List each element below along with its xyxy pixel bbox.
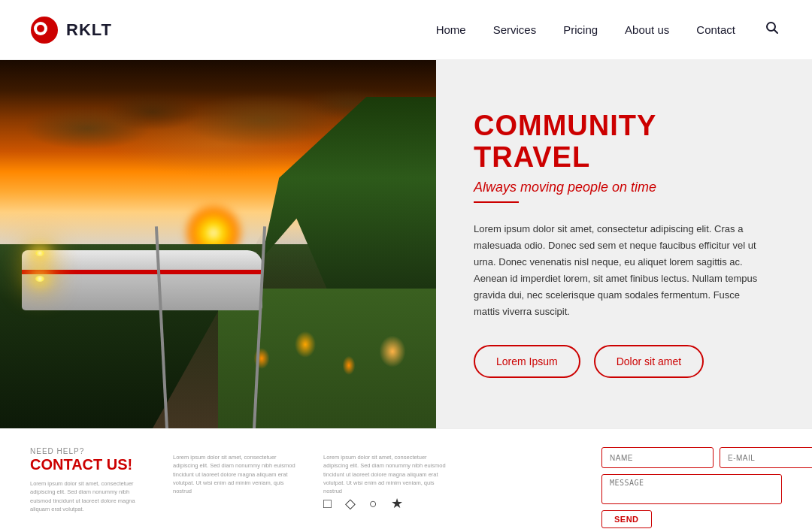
svg-point-2 xyxy=(37,25,44,32)
footer-social-icons: □ ◇ ○ ★ xyxy=(323,495,451,512)
footer-email-input[interactable] xyxy=(720,447,812,468)
headlight-bottom xyxy=(35,276,44,282)
footer-send-button[interactable]: SEND xyxy=(601,510,652,528)
train xyxy=(22,228,277,325)
footer-message-input[interactable] xyxy=(601,474,782,504)
train-body xyxy=(22,250,262,310)
nav-about[interactable]: About us xyxy=(625,23,669,36)
search-icon xyxy=(765,21,779,35)
nav-contact[interactable]: Contact xyxy=(696,23,735,36)
footer-contact-title: CONTACT US! xyxy=(30,455,150,473)
footer-col3-text: Lorem ipsum dolor sit amet, consectetuer… xyxy=(323,453,451,495)
hero-title: COMMUNITY TRAVEL xyxy=(474,110,767,174)
footer-col2: Lorem ipsum dolor sit amet, consectetuer… xyxy=(173,447,301,495)
nav-services[interactable]: Services xyxy=(493,23,537,36)
footer-form-col: SEND xyxy=(601,447,782,528)
footer-col3: Lorem ipsum dolor sit amet, consectetuer… xyxy=(323,447,451,512)
hero-btn1[interactable]: Lorem Ipsum xyxy=(474,345,580,378)
nav: Home Services Pricing About us Contact xyxy=(436,18,782,41)
logo[interactable]: RKLT xyxy=(30,16,112,44)
footer: NEED HELP? CONTACT US! Lorem ipsum dolor… xyxy=(0,428,812,529)
train-scene xyxy=(0,60,436,428)
hero-subtitle: Always moving people on time xyxy=(474,180,767,195)
hero-divider xyxy=(474,201,519,203)
svg-line-4 xyxy=(774,30,778,34)
footer-need-help: NEED HELP? xyxy=(30,447,150,455)
star-icon[interactable]: ★ xyxy=(391,495,403,512)
hero-btn2[interactable]: Dolor sit amet xyxy=(594,345,704,378)
footer-col1-text: Lorem ipsum dolor sit amet, consectetuer… xyxy=(30,479,150,513)
nav-home[interactable]: Home xyxy=(436,23,466,36)
search-button[interactable] xyxy=(762,18,782,41)
nav-pricing[interactable]: Pricing xyxy=(563,23,598,36)
footer-contact-label: CONTACT US! xyxy=(30,456,132,473)
logo-text: RKLT xyxy=(66,20,112,40)
footer-name-input[interactable] xyxy=(601,447,714,468)
square-icon[interactable]: □ xyxy=(323,496,332,512)
hero-buttons: Lorem Ipsum Dolor sit amet xyxy=(474,345,767,378)
hero-description: Lorem ipsum dolor sit amet, consectetur … xyxy=(474,221,767,321)
train-stripe xyxy=(22,270,262,274)
hero-image xyxy=(0,60,436,428)
footer-col2-text: Lorem ipsum dolor sit amet, consectetuer… xyxy=(173,453,301,495)
hero-content: COMMUNITY TRAVEL Always moving people on… xyxy=(436,60,812,428)
diamond-icon[interactable]: ◇ xyxy=(345,495,356,512)
footer-contact-col: NEED HELP? CONTACT US! Lorem ipsum dolor… xyxy=(30,447,150,513)
hero-section: COMMUNITY TRAVEL Always moving people on… xyxy=(0,60,812,428)
header: RKLT Home Services Pricing About us Cont… xyxy=(0,0,812,60)
circle-icon[interactable]: ○ xyxy=(369,496,377,512)
footer-inputs-row xyxy=(601,447,782,468)
logo-icon xyxy=(30,16,59,44)
headlight-top xyxy=(35,250,44,256)
